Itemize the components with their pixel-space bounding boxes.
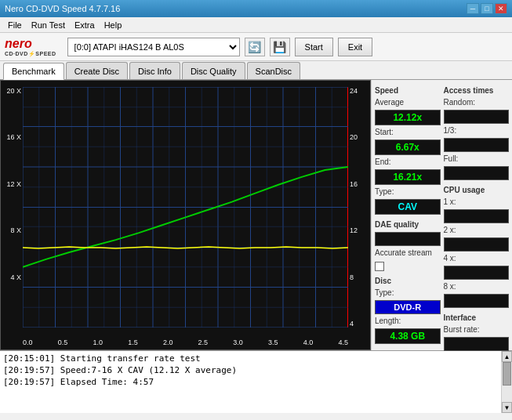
y-right-16: 16 [350, 180, 358, 188]
x-label-2: 2.0 [163, 339, 173, 346]
full-value [444, 166, 510, 180]
x-label-45: 4.5 [338, 339, 348, 346]
titlebar-controls: ─ □ ✕ [467, 3, 507, 14]
log-line-1: [20:19:57] Speed:7-16 X CAV (12.12 X ave… [3, 364, 498, 376]
right-panel: Speed Average 12.12x Start: 6.67x End: 1… [371, 80, 512, 350]
log-scrollbar: ▲ ▼ [501, 351, 512, 413]
logo-nero: nero [5, 37, 32, 51]
speed-end-label: End: [375, 158, 441, 166]
y-right-4: 4 [350, 320, 354, 328]
disc-header: Disc [375, 277, 441, 285]
x-axis: 0.0 0.5 1.0 1.5 2.0 2.5 3.0 3.5 4.0 4.5 [23, 339, 348, 346]
disc-type-label: Type: [375, 288, 441, 297]
scroll-up-button[interactable]: ▲ [502, 351, 512, 362]
stats-right: Access times Random: 1/3: Full: CPU usag… [444, 83, 510, 347]
tab-scan-disc[interactable]: ScanDisc [247, 62, 300, 79]
scroll-thumb[interactable] [503, 362, 511, 386]
scroll-down-button[interactable]: ▼ [502, 402, 512, 413]
cpu-header: CPU usage [444, 186, 510, 194]
titlebar: Nero CD-DVD Speed 4.7.7.16 ─ □ ✕ [0, 0, 512, 17]
x-label-15: 1.5 [128, 339, 138, 346]
interface-header: Interface [444, 313, 510, 322]
chart-area: 20 X 16 X 12 X 8 X 4 X 24 20 16 12 8 4 [0, 80, 371, 350]
main-content: 20 X 16 X 12 X 8 X 4 X 24 20 16 12 8 4 [0, 80, 512, 350]
minimize-button[interactable]: ─ [467, 3, 479, 14]
speed-start-value: 6.67x [375, 139, 441, 155]
y-label-12: 12 X [6, 180, 21, 188]
y-label-20: 20 X [6, 87, 21, 95]
accurate-checkbox-row [375, 262, 441, 271]
menu-file[interactable]: File [3, 19, 27, 31]
dae-value [375, 232, 441, 246]
cpu-8x-label: 8 x: [444, 282, 510, 291]
speed-end-value: 16.21x [375, 169, 441, 185]
speed-type-value: CAV [375, 199, 441, 215]
tab-disc-quality[interactable]: Disc Quality [182, 62, 245, 79]
disc-length-value: 4.38 GB [375, 328, 441, 344]
disc-type-value: DVD-R [375, 300, 441, 314]
speed-start-label: Start: [375, 128, 441, 136]
access-header: Access times [444, 86, 510, 95]
accurate-label: Accurate stream [375, 248, 441, 257]
x-label-35: 3.5 [268, 339, 278, 346]
maximize-button[interactable]: □ [481, 3, 493, 14]
burst-label: Burst rate: [444, 325, 510, 334]
speed-average-label: Average [375, 98, 441, 107]
save-button[interactable]: 💾 [270, 38, 290, 56]
cpu-8x-value [444, 294, 510, 308]
log-content: [20:15:01] Starting transfer rate test [… [0, 351, 501, 413]
start-button[interactable]: Start [295, 38, 333, 56]
cpu-2x-label: 2 x: [444, 226, 510, 234]
x-label-0: 0.0 [23, 339, 33, 346]
tabs: Benchmark Create Disc Disc Info Disc Qua… [0, 61, 512, 80]
log-line-2: [20:19:57] Elapsed Time: 4:57 [3, 376, 498, 388]
cpu-1x-value [444, 209, 510, 223]
third-value [444, 138, 510, 152]
toolbar: nero CD·DVD⚡SPEED [0:0] ATAPI iHAS124 B … [0, 33, 512, 61]
random-label: Random: [444, 98, 510, 107]
y-axis-left: 20 X 16 X 12 X 8 X 4 X [1, 87, 23, 328]
x-label-1: 1.0 [93, 339, 103, 346]
tab-benchmark[interactable]: Benchmark [3, 63, 64, 80]
y-label-16: 16 X [6, 133, 21, 141]
speed-type-label: Type: [375, 187, 441, 196]
x-label-05: 0.5 [58, 339, 68, 346]
cpu-1x-label: 1 x: [444, 197, 510, 206]
y-axis-right: 24 20 16 12 8 4 [348, 87, 370, 328]
x-label-3: 3.0 [233, 339, 243, 346]
cpu-2x-value [444, 237, 510, 252]
drive-select[interactable]: [0:0] ATAPI iHAS124 B AL0S [67, 38, 240, 56]
y-right-8: 8 [350, 273, 354, 281]
y-right-20: 20 [350, 133, 358, 141]
tab-disc-info[interactable]: Disc Info [129, 62, 180, 79]
y-right-24: 24 [350, 87, 358, 95]
titlebar-title: Nero CD-DVD Speed 4.7.7.16 [5, 4, 467, 13]
close-button[interactable]: ✕ [495, 3, 507, 14]
menu-extra[interactable]: Extra [70, 19, 100, 31]
x-label-4: 4.0 [303, 339, 314, 346]
chart-svg [23, 87, 348, 328]
logo-sub: CD·DVD⚡SPEED [5, 51, 56, 57]
menubar: File Run Test Extra Help [0, 17, 512, 33]
third-label: 1/3: [444, 126, 510, 135]
x-label-25: 2.5 [198, 339, 209, 346]
log-line-0: [20:15:01] Starting transfer rate test [3, 353, 498, 364]
speed-header: Speed [375, 86, 441, 95]
speed-average-value: 12.12x [375, 110, 441, 125]
accurate-checkbox[interactable] [375, 262, 384, 271]
tab-create-disc[interactable]: Create Disc [66, 62, 128, 79]
refresh-button[interactable]: 🔄 [245, 38, 265, 56]
cpu-4x-value [444, 266, 510, 280]
disc-length-label: Length: [375, 317, 441, 325]
exit-button[interactable]: Exit [338, 38, 372, 56]
logo: nero CD·DVD⚡SPEED [5, 37, 56, 57]
scroll-track[interactable] [502, 362, 512, 402]
menu-run-test[interactable]: Run Test [27, 19, 70, 31]
stats-left: Speed Average 12.12x Start: 6.67x End: 1… [375, 83, 441, 347]
y-right-12: 12 [350, 226, 358, 234]
full-label: Full: [444, 154, 510, 163]
cpu-4x-label: 4 x: [444, 254, 510, 262]
dae-header: DAE quality [375, 220, 441, 229]
menu-help[interactable]: Help [100, 19, 127, 31]
y-label-0 [19, 320, 21, 328]
